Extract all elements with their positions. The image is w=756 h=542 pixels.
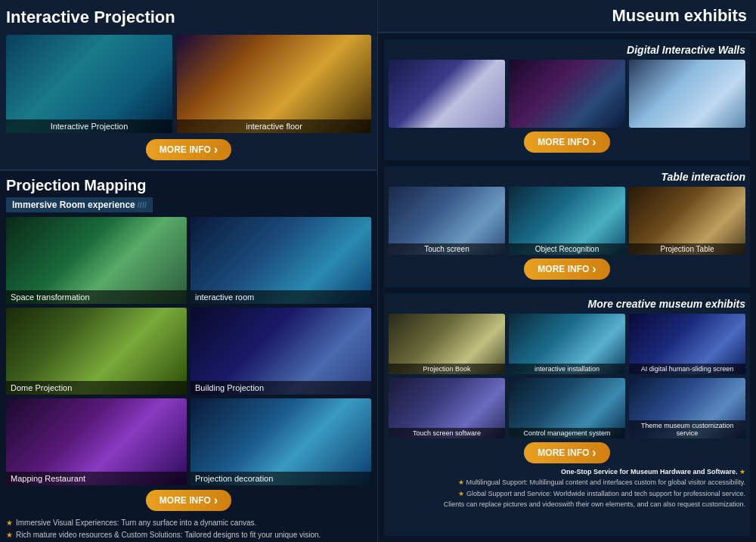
interactive-projection-label-1: Interactive Projection	[6, 119, 172, 133]
projection-book-img: Projection Book	[389, 314, 505, 374]
service-text-3: ★ Global Support and Service: Worldwide …	[389, 488, 745, 499]
projection-mapping-section: Projection Mapping Immersive Room experi…	[0, 171, 377, 542]
building-projection-label: Building Projection	[191, 381, 371, 395]
space-transformation-item: Space transformation	[6, 217, 187, 304]
ai-human-img: AI digital human-sliding screen	[629, 314, 745, 374]
mapping-restaurant-item: Mapping Restaurant	[6, 398, 187, 485]
projection-decoration-item: Projection decoration	[191, 398, 371, 485]
service-text: One-Stop Service for Museum Hardware and…	[389, 466, 745, 510]
projection-table-label: Projection Table	[629, 243, 745, 255]
projection-book-label: Projection Book	[389, 364, 505, 374]
creative-more-btn[interactable]: MORE INFO	[524, 442, 609, 463]
interactive-floor-label: interactive floor	[177, 119, 371, 133]
service-text-1: One-Stop Service for Museum Hardware and…	[389, 466, 745, 477]
mapping-restaurant-label: Mapping Restaurant	[6, 472, 187, 485]
digital-wall-img-3	[629, 60, 745, 128]
museum-header: Museum exhibits	[378, 0, 756, 33]
interactive-projection-section: Interactive Projection Interactive Proje…	[0, 0, 377, 171]
table-interaction-more-btn[interactable]: MORE INFO	[524, 259, 609, 280]
right-panel: Museum exhibits Digital Interactive Wall…	[378, 0, 756, 542]
bottom-text-1-content: Immersive Visual Experiences: Turn any s…	[16, 517, 256, 529]
interactive-room-label: interactive room	[191, 290, 371, 304]
object-recognition-img: Object Recognition	[509, 187, 625, 255]
projection-mapping-title: Projection Mapping	[6, 177, 371, 194]
left-panel: Interactive Projection Interactive Proje…	[0, 0, 378, 542]
table-interaction-title: Table interaction	[389, 171, 745, 183]
interactive-floor-img: interactive floor	[177, 35, 371, 133]
object-recognition-label: Object Recognition	[509, 243, 625, 255]
digital-walls-title: Digital Interactive Walls	[389, 44, 745, 56]
touch-software-img: Touch screen software	[389, 378, 505, 438]
dome-projection-item: Dome Projection	[6, 308, 187, 395]
digital-wall-img-1	[389, 60, 505, 128]
creative-bottom-images: Touch screen software Control management…	[389, 378, 745, 438]
immersive-label: Immersive Room experience	[6, 197, 153, 212]
space-transformation-label: Space transformation	[6, 290, 187, 304]
theme-museum-img: Theme museum customization service	[629, 378, 745, 438]
creative-title: More creative museum exhibits	[389, 298, 745, 310]
control-management-img: Control management system	[509, 378, 625, 438]
bottom-text-1: ★ Immersive Visual Experiences: Turn any…	[6, 517, 371, 529]
digital-walls-more-btn[interactable]: MORE INFO	[524, 132, 609, 153]
bottom-text-2: ★ Rich mature video resources & Custom S…	[6, 529, 371, 541]
digital-walls-section: Digital Interactive Walls MORE INFO	[384, 39, 750, 160]
museum-title: Museum exhibits	[612, 6, 747, 25]
creative-btn-row: MORE INFO	[389, 442, 745, 463]
touch-software-label: Touch screen software	[389, 428, 505, 438]
control-management-label: Control management system	[509, 428, 625, 438]
interactive-installation-label: interactive installation	[509, 364, 625, 374]
ai-human-label: AI digital human-sliding screen	[629, 364, 745, 374]
table-interaction-btn-row: MORE INFO	[389, 259, 745, 280]
building-projection-item: Building Projection	[191, 308, 371, 395]
interactive-projection-img-1: Interactive Projection	[6, 35, 172, 133]
projection-table-img: Projection Table	[629, 187, 745, 255]
table-images: Touch screen Object Recognition Projecti…	[389, 187, 745, 255]
touch-screen-label: Touch screen	[389, 243, 505, 255]
interactive-projection-more-btn[interactable]: MORE INFO	[146, 139, 231, 160]
interactive-installation-img: interactive installation	[509, 314, 625, 374]
projection-grid: Space transformation interactive room Do…	[6, 217, 371, 485]
main-layout: Interactive Projection Interactive Proje…	[0, 0, 756, 542]
table-interaction-section: Table interaction Touch screen Object Re…	[384, 166, 750, 287]
dome-projection-label: Dome Projection	[6, 381, 187, 395]
right-content: Digital Interactive Walls MORE INFO Tabl…	[378, 33, 756, 542]
interactive-projection-images: Interactive Projection interactive floor	[6, 35, 371, 133]
digital-walls-btn-row: MORE INFO	[389, 132, 745, 153]
digital-wall-img-2	[509, 60, 625, 128]
interactive-projection-btn-row: MORE INFO	[6, 139, 371, 160]
theme-museum-label: Theme museum customization service	[629, 420, 745, 438]
service-text-2: ★ Multilingual Support: Multilingual con…	[389, 477, 745, 488]
service-text-4: Clients can replace pictures and videosw…	[389, 499, 745, 509]
touch-screen-img: Touch screen	[389, 187, 505, 255]
interactive-room-item: interactive room	[191, 217, 371, 304]
interactive-projection-title: Interactive Projection	[6, 6, 371, 29]
projection-mapping-more-btn[interactable]: MORE INFO	[146, 490, 231, 511]
projection-mapping-btn-row: MORE INFO	[6, 490, 371, 511]
digital-walls-images	[389, 60, 745, 128]
bottom-text-2-content: Rich mature video resources & Custom Sol…	[16, 529, 321, 541]
projection-mapping-bottom-text: ★ Immersive Visual Experiences: Turn any…	[6, 514, 371, 541]
creative-top-images: Projection Book interactive installation…	[389, 314, 745, 374]
projection-decoration-label: Projection decoration	[191, 472, 371, 485]
creative-section: More creative museum exhibits Projection…	[384, 293, 750, 536]
